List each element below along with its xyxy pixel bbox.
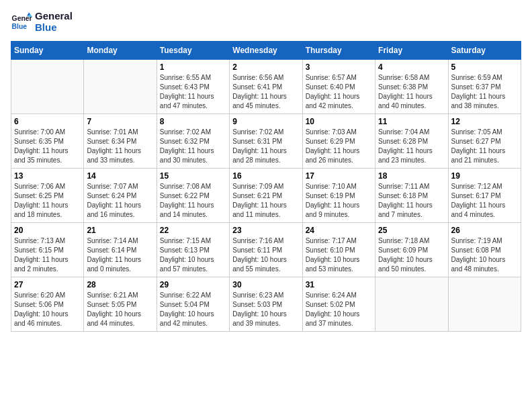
calendar-cell: 9Sunrise: 7:02 AM Sunset: 6:31 PM Daylig… [230,114,302,169]
calendar-cell: 3Sunrise: 6:57 AM Sunset: 6:40 PM Daylig… [302,60,375,114]
day-number: 9 [232,117,299,126]
day-header-friday: Friday [375,42,448,60]
day-number: 27 [14,280,81,289]
day-number: 18 [378,171,445,181]
day-info: Sunrise: 6:20 AM Sunset: 5:06 PM Dayligh… [14,291,81,328]
day-info: Sunrise: 7:05 AM Sunset: 6:27 PM Dayligh… [451,128,518,165]
calendar-week-1: 1Sunrise: 6:55 AM Sunset: 6:43 PM Daylig… [11,60,521,114]
day-number: 19 [451,171,518,181]
day-info: Sunrise: 7:02 AM Sunset: 6:31 PM Dayligh… [232,128,299,165]
day-number: 1 [160,62,226,72]
calendar-cell: 23Sunrise: 7:16 AM Sunset: 6:11 PM Dayli… [230,223,302,277]
page-header: General Blue General Blue [11,11,521,33]
calendar-header-row: SundayMondayTuesdayWednesdayThursdayFrid… [11,42,521,60]
calendar-cell: 12Sunrise: 7:05 AM Sunset: 6:27 PM Dayli… [448,114,521,169]
day-info: Sunrise: 7:03 AM Sunset: 6:29 PM Dayligh… [306,128,372,165]
calendar-cell: 30Sunrise: 6:23 AM Sunset: 5:03 PM Dayli… [230,277,302,332]
calendar-week-3: 13Sunrise: 7:06 AM Sunset: 6:25 PM Dayli… [11,169,521,223]
logo: General Blue General Blue [11,11,73,33]
day-info: Sunrise: 7:01 AM Sunset: 6:34 PM Dayligh… [87,128,153,165]
day-info: Sunrise: 7:09 AM Sunset: 6:21 PM Dayligh… [232,182,299,220]
calendar-cell: 27Sunrise: 6:20 AM Sunset: 5:06 PM Dayli… [11,277,84,332]
calendar-cell: 16Sunrise: 7:09 AM Sunset: 6:21 PM Dayli… [230,169,302,223]
day-number: 22 [160,226,226,235]
calendar-cell: 21Sunrise: 7:14 AM Sunset: 6:14 PM Dayli… [84,223,157,277]
day-info: Sunrise: 6:55 AM Sunset: 6:43 PM Dayligh… [160,73,226,111]
day-number: 24 [306,226,372,235]
day-info: Sunrise: 7:12 AM Sunset: 6:17 PM Dayligh… [451,182,518,220]
day-number: 11 [378,117,445,126]
day-number: 3 [306,62,372,72]
logo-icon: General Blue [11,11,32,33]
calendar-cell: 19Sunrise: 7:12 AM Sunset: 6:17 PM Dayli… [448,169,521,223]
svg-text:Blue: Blue [12,22,28,30]
day-number: 15 [160,171,226,181]
day-number: 12 [451,117,518,126]
calendar-week-5: 27Sunrise: 6:20 AM Sunset: 5:06 PM Dayli… [11,277,521,332]
calendar-week-4: 20Sunrise: 7:13 AM Sunset: 6:15 PM Dayli… [11,223,521,277]
calendar-cell: 8Sunrise: 7:02 AM Sunset: 6:32 PM Daylig… [157,114,229,169]
day-number: 13 [14,171,81,181]
calendar-cell: 26Sunrise: 7:19 AM Sunset: 6:08 PM Dayli… [448,223,521,277]
day-info: Sunrise: 6:24 AM Sunset: 5:02 PM Dayligh… [306,291,372,328]
day-number: 2 [232,62,299,72]
calendar-cell: 17Sunrise: 7:10 AM Sunset: 6:19 PM Dayli… [302,169,375,223]
calendar-cell: 2Sunrise: 6:56 AM Sunset: 6:41 PM Daylig… [230,60,302,114]
day-number: 8 [160,117,226,126]
day-info: Sunrise: 7:17 AM Sunset: 6:10 PM Dayligh… [306,236,372,274]
day-header-wednesday: Wednesday [230,42,302,60]
day-header-sunday: Sunday [11,42,84,60]
day-info: Sunrise: 6:21 AM Sunset: 5:05 PM Dayligh… [87,291,153,328]
day-header-monday: Monday [84,42,157,60]
day-info: Sunrise: 7:15 AM Sunset: 6:13 PM Dayligh… [160,236,226,274]
calendar-cell: 25Sunrise: 7:18 AM Sunset: 6:09 PM Dayli… [375,223,448,277]
day-info: Sunrise: 7:08 AM Sunset: 6:22 PM Dayligh… [160,182,226,220]
calendar-week-2: 6Sunrise: 7:00 AM Sunset: 6:35 PM Daylig… [11,114,521,169]
day-info: Sunrise: 6:59 AM Sunset: 6:37 PM Dayligh… [451,73,518,111]
day-info: Sunrise: 7:19 AM Sunset: 6:08 PM Dayligh… [451,236,518,274]
day-info: Sunrise: 7:18 AM Sunset: 6:09 PM Dayligh… [378,236,445,274]
day-number: 20 [14,226,81,235]
day-number: 25 [378,226,445,235]
day-info: Sunrise: 7:06 AM Sunset: 6:25 PM Dayligh… [14,182,81,220]
calendar-cell: 5Sunrise: 6:59 AM Sunset: 6:37 PM Daylig… [448,60,521,114]
day-number: 16 [232,171,299,181]
day-header-saturday: Saturday [448,42,521,60]
day-info: Sunrise: 7:14 AM Sunset: 6:14 PM Dayligh… [87,236,153,274]
calendar-cell: 24Sunrise: 7:17 AM Sunset: 6:10 PM Dayli… [302,223,375,277]
day-info: Sunrise: 7:07 AM Sunset: 6:24 PM Dayligh… [87,182,153,220]
day-number: 10 [306,117,372,126]
day-number: 31 [306,280,372,289]
logo-blue: Blue [35,22,73,34]
day-number: 17 [306,171,372,181]
calendar-cell: 18Sunrise: 7:11 AM Sunset: 6:18 PM Dayli… [375,169,448,223]
calendar-cell [84,60,157,114]
day-number: 21 [87,226,153,235]
day-number: 6 [14,117,81,126]
day-number: 26 [451,226,518,235]
day-info: Sunrise: 7:13 AM Sunset: 6:15 PM Dayligh… [14,236,81,274]
day-number: 28 [87,280,153,289]
calendar-cell: 14Sunrise: 7:07 AM Sunset: 6:24 PM Dayli… [84,169,157,223]
day-info: Sunrise: 6:58 AM Sunset: 6:38 PM Dayligh… [378,73,445,111]
day-info: Sunrise: 6:23 AM Sunset: 5:03 PM Dayligh… [232,291,299,328]
day-number: 5 [451,62,518,72]
calendar-cell: 22Sunrise: 7:15 AM Sunset: 6:13 PM Dayli… [157,223,229,277]
day-number: 7 [87,117,153,126]
logo-general: General [35,11,73,22]
day-number: 29 [160,280,226,289]
calendar-cell: 1Sunrise: 6:55 AM Sunset: 6:43 PM Daylig… [157,60,229,114]
calendar-cell: 4Sunrise: 6:58 AM Sunset: 6:38 PM Daylig… [375,60,448,114]
day-header-tuesday: Tuesday [157,42,229,60]
day-info: Sunrise: 7:04 AM Sunset: 6:28 PM Dayligh… [378,128,445,165]
day-number: 4 [378,62,445,72]
day-number: 14 [87,171,153,181]
calendar-table: SundayMondayTuesdayWednesdayThursdayFrid… [11,41,521,332]
calendar-cell [375,277,448,332]
day-info: Sunrise: 7:02 AM Sunset: 6:32 PM Dayligh… [160,128,226,165]
calendar-cell: 6Sunrise: 7:00 AM Sunset: 6:35 PM Daylig… [11,114,84,169]
day-number: 30 [232,280,299,289]
calendar-cell: 7Sunrise: 7:01 AM Sunset: 6:34 PM Daylig… [84,114,157,169]
day-info: Sunrise: 7:00 AM Sunset: 6:35 PM Dayligh… [14,128,81,165]
day-info: Sunrise: 7:16 AM Sunset: 6:11 PM Dayligh… [232,236,299,274]
